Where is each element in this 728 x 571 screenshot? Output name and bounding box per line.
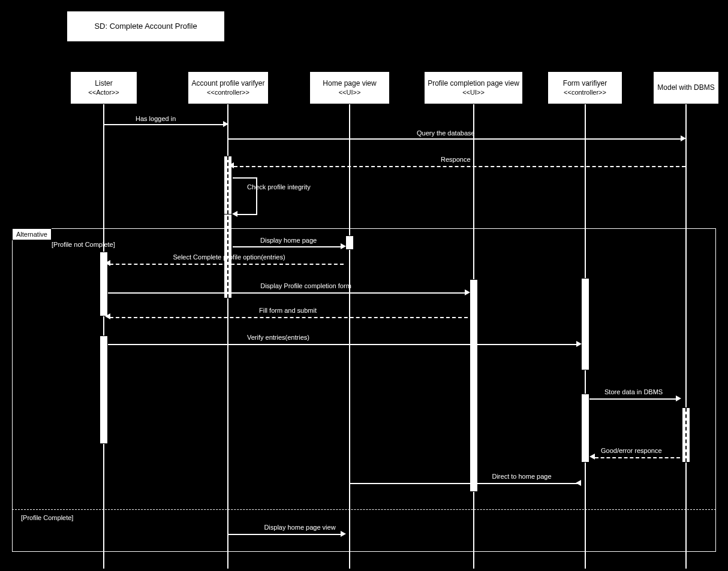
msg-select-complete: Select Complete profile option(entries) bbox=[139, 253, 319, 261]
msg-display-home-view: Display home page view bbox=[240, 524, 360, 531]
arrow-head-icon bbox=[341, 531, 346, 537]
self-arrow-side bbox=[256, 177, 257, 214]
arrow bbox=[228, 138, 681, 140]
arrow-head-icon bbox=[341, 243, 346, 249]
msg-query-db: Query the database bbox=[417, 129, 475, 137]
arrow bbox=[108, 344, 580, 345]
arrow-head-icon bbox=[576, 341, 582, 347]
arrow bbox=[589, 398, 679, 400]
arrow-head-icon bbox=[589, 454, 595, 460]
participant-name: Home page view bbox=[323, 79, 376, 89]
arrow-head-icon bbox=[676, 395, 681, 401]
participant-stereotype: <<UI>> bbox=[462, 88, 485, 96]
participant-stereotype: <<UI>> bbox=[339, 88, 361, 96]
arrow bbox=[104, 124, 223, 125]
msg-display-home-1: Display home page bbox=[260, 237, 317, 244]
arrow bbox=[228, 534, 344, 535]
diagram-title: SD: Complete Account Profile bbox=[67, 11, 225, 42]
participant-profile-completion-page-view: Profile completion page view <<UI>> bbox=[424, 71, 523, 104]
arrow-head-icon bbox=[681, 135, 686, 141]
arrow-head-icon bbox=[105, 260, 110, 266]
dashed-arrow bbox=[595, 457, 680, 458]
activation-fv-1 bbox=[581, 278, 589, 370]
self-arrow-top bbox=[233, 177, 257, 179]
alt-condition-2: [Profile Complete] bbox=[21, 514, 73, 521]
activation-lister-2 bbox=[100, 336, 108, 444]
alt-condition-1: [Profile not Complete] bbox=[52, 241, 115, 248]
msg-good-error: Good/error responce bbox=[601, 447, 662, 454]
arrow bbox=[350, 483, 580, 484]
dashed-arrow bbox=[234, 166, 685, 167]
participant-stereotype: <<controller>> bbox=[207, 88, 249, 96]
msg-store-data: Store data in DBMS bbox=[604, 388, 663, 395]
msg-fill-submit: Fill form and submit bbox=[228, 307, 348, 314]
participant-name: Profile completion page view bbox=[428, 79, 519, 89]
alt-divider bbox=[12, 509, 716, 510]
dashed-arrow bbox=[110, 317, 468, 318]
participant-name: Account profile varifyer bbox=[191, 79, 264, 89]
arrow bbox=[108, 292, 468, 294]
dashed-arrow bbox=[110, 264, 344, 265]
arrow-head-icon bbox=[223, 121, 228, 127]
participant-stereotype: <<Actor>> bbox=[88, 88, 119, 96]
activation-fv-2 bbox=[581, 394, 589, 463]
msg-display-form: Display Profile completion form bbox=[216, 282, 396, 289]
arrow-head-icon bbox=[576, 480, 581, 486]
participant-form-verifier: Form varifiyer <<controller>> bbox=[547, 71, 622, 104]
alt-label: Alternative bbox=[12, 228, 52, 240]
participant-model-dbms: Model with DBMS bbox=[653, 71, 719, 104]
arrow-head-icon bbox=[465, 289, 470, 295]
msg-response: Responce bbox=[441, 156, 471, 163]
participant-stereotype: <<controller>> bbox=[564, 88, 606, 96]
activation-model bbox=[682, 407, 690, 463]
arrow-head-icon bbox=[105, 313, 110, 319]
arrow-head-icon bbox=[232, 211, 237, 217]
participant-name: Form varifiyer bbox=[563, 79, 607, 89]
msg-verify: Verify entries(entries) bbox=[247, 334, 309, 341]
participant-name: Lister bbox=[95, 79, 112, 89]
msg-direct-home: Direct to home page bbox=[432, 473, 612, 480]
activation-home-1 bbox=[345, 235, 354, 250]
self-arrow-bottom bbox=[237, 214, 257, 215]
arrow-head-icon bbox=[228, 162, 234, 168]
arrow bbox=[233, 246, 344, 247]
msg-logged-in: Has logged in bbox=[136, 115, 176, 122]
participant-lister: Lister <<Actor>> bbox=[70, 71, 137, 104]
participant-home-page-view: Home page view <<UI>> bbox=[309, 71, 390, 104]
participant-name: Model with DBMS bbox=[657, 83, 714, 93]
participant-account-profile-verifier: Account profile varifyer <<controller>> bbox=[188, 71, 269, 104]
activation-divider bbox=[224, 214, 232, 214]
activation-pcp bbox=[470, 279, 478, 492]
activation-internal-line bbox=[685, 408, 687, 462]
